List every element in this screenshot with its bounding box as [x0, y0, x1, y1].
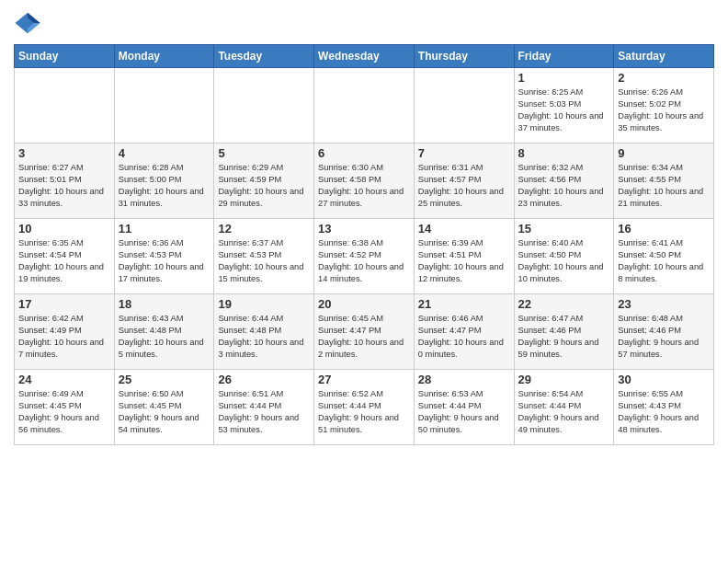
day-cell: [114, 68, 214, 144]
day-cell: [15, 68, 115, 144]
day-cell: 28Sunrise: 6:53 AM Sunset: 4:44 PM Dayli…: [414, 370, 514, 445]
day-info: Sunrise: 6:47 AM Sunset: 4:46 PM Dayligh…: [518, 313, 610, 361]
day-cell: 6Sunrise: 6:30 AM Sunset: 4:58 PM Daylig…: [314, 144, 415, 219]
day-number: 11: [119, 222, 210, 236]
day-info: Sunrise: 6:52 AM Sunset: 4:44 PM Dayligh…: [318, 388, 410, 436]
day-number: 28: [418, 373, 510, 386]
day-number: 5: [218, 146, 310, 160]
day-header-monday: Monday: [114, 45, 214, 68]
day-cell: 1Sunrise: 6:25 AM Sunset: 5:03 PM Daylig…: [514, 68, 614, 144]
main-container: SundayMondayTuesdayWednesdayThursdayFrid…: [0, 0, 728, 450]
day-cell: [214, 68, 314, 144]
day-cell: [414, 68, 514, 144]
day-cell: 16Sunrise: 6:41 AM Sunset: 4:50 PM Dayli…: [614, 219, 714, 294]
day-info: Sunrise: 6:25 AM Sunset: 5:03 PM Dayligh…: [518, 86, 610, 134]
header: [14, 9, 714, 37]
day-info: Sunrise: 6:35 AM Sunset: 4:54 PM Dayligh…: [18, 237, 110, 285]
day-info: Sunrise: 6:39 AM Sunset: 4:51 PM Dayligh…: [418, 237, 510, 285]
day-info: Sunrise: 6:40 AM Sunset: 4:50 PM Dayligh…: [518, 237, 610, 285]
day-number: 15: [518, 222, 610, 236]
day-header-saturday: Saturday: [614, 45, 714, 68]
day-info: Sunrise: 6:26 AM Sunset: 5:02 PM Dayligh…: [618, 86, 710, 134]
week-row-2: 10Sunrise: 6:35 AM Sunset: 4:54 PM Dayli…: [15, 219, 714, 294]
day-cell: 27Sunrise: 6:52 AM Sunset: 4:44 PM Dayli…: [314, 370, 415, 445]
calendar-table: SundayMondayTuesdayWednesdayThursdayFrid…: [14, 44, 714, 445]
day-cell: 2Sunrise: 6:26 AM Sunset: 5:02 PM Daylig…: [614, 68, 714, 144]
day-info: Sunrise: 6:54 AM Sunset: 4:44 PM Dayligh…: [518, 388, 610, 436]
day-cell: 3Sunrise: 6:27 AM Sunset: 5:01 PM Daylig…: [15, 144, 115, 219]
day-number: 24: [18, 373, 110, 386]
day-number: 14: [418, 222, 510, 236]
day-info: Sunrise: 6:44 AM Sunset: 4:48 PM Dayligh…: [218, 313, 310, 361]
day-number: 22: [518, 297, 610, 311]
day-cell: [314, 68, 415, 144]
day-number: 8: [518, 146, 610, 160]
day-cell: 21Sunrise: 6:46 AM Sunset: 4:47 PM Dayli…: [414, 294, 514, 370]
day-cell: 26Sunrise: 6:51 AM Sunset: 4:44 PM Dayli…: [214, 370, 314, 445]
logo-icon: [14, 9, 41, 37]
day-number: 26: [218, 373, 310, 386]
day-cell: 12Sunrise: 6:37 AM Sunset: 4:53 PM Dayli…: [214, 219, 314, 294]
day-info: Sunrise: 6:32 AM Sunset: 4:56 PM Dayligh…: [518, 162, 610, 210]
day-cell: 18Sunrise: 6:43 AM Sunset: 4:48 PM Dayli…: [114, 294, 214, 370]
day-info: Sunrise: 6:37 AM Sunset: 4:53 PM Dayligh…: [218, 237, 310, 285]
day-info: Sunrise: 6:29 AM Sunset: 4:59 PM Dayligh…: [218, 162, 310, 210]
day-info: Sunrise: 6:46 AM Sunset: 4:47 PM Dayligh…: [418, 313, 510, 361]
day-info: Sunrise: 6:28 AM Sunset: 5:00 PM Dayligh…: [119, 162, 210, 210]
day-number: 13: [318, 222, 410, 236]
day-cell: 19Sunrise: 6:44 AM Sunset: 4:48 PM Dayli…: [214, 294, 314, 370]
day-info: Sunrise: 6:27 AM Sunset: 5:01 PM Dayligh…: [18, 162, 110, 210]
day-cell: 7Sunrise: 6:31 AM Sunset: 4:57 PM Daylig…: [414, 144, 514, 219]
day-header-thursday: Thursday: [414, 45, 514, 68]
day-number: 27: [318, 373, 410, 386]
week-row-4: 24Sunrise: 6:49 AM Sunset: 4:45 PM Dayli…: [15, 370, 714, 445]
day-cell: 14Sunrise: 6:39 AM Sunset: 4:51 PM Dayli…: [414, 219, 514, 294]
day-cell: 8Sunrise: 6:32 AM Sunset: 4:56 PM Daylig…: [514, 144, 614, 219]
week-row-0: 1Sunrise: 6:25 AM Sunset: 5:03 PM Daylig…: [15, 68, 714, 144]
day-info: Sunrise: 6:45 AM Sunset: 4:47 PM Dayligh…: [318, 313, 410, 361]
day-header-wednesday: Wednesday: [314, 45, 415, 68]
day-number: 30: [618, 373, 710, 386]
logo: [14, 9, 45, 37]
day-info: Sunrise: 6:50 AM Sunset: 4:45 PM Dayligh…: [119, 388, 210, 436]
day-cell: 10Sunrise: 6:35 AM Sunset: 4:54 PM Dayli…: [15, 219, 115, 294]
day-info: Sunrise: 6:34 AM Sunset: 4:55 PM Dayligh…: [618, 162, 710, 210]
day-cell: 15Sunrise: 6:40 AM Sunset: 4:50 PM Dayli…: [514, 219, 614, 294]
day-number: 3: [18, 146, 110, 160]
day-number: 25: [119, 373, 210, 386]
day-number: 7: [418, 146, 510, 160]
day-info: Sunrise: 6:42 AM Sunset: 4:49 PM Dayligh…: [18, 313, 110, 361]
day-info: Sunrise: 6:38 AM Sunset: 4:52 PM Dayligh…: [318, 237, 410, 285]
day-number: 29: [518, 373, 610, 386]
day-info: Sunrise: 6:41 AM Sunset: 4:50 PM Dayligh…: [618, 237, 710, 285]
day-cell: 9Sunrise: 6:34 AM Sunset: 4:55 PM Daylig…: [614, 144, 714, 219]
day-number: 16: [618, 222, 710, 236]
day-info: Sunrise: 6:43 AM Sunset: 4:48 PM Dayligh…: [119, 313, 210, 361]
day-number: 6: [318, 146, 410, 160]
day-number: 4: [119, 146, 210, 160]
day-info: Sunrise: 6:49 AM Sunset: 4:45 PM Dayligh…: [18, 388, 110, 436]
day-number: 19: [218, 297, 310, 311]
day-number: 12: [218, 222, 310, 236]
day-info: Sunrise: 6:30 AM Sunset: 4:58 PM Dayligh…: [318, 162, 410, 210]
week-row-3: 17Sunrise: 6:42 AM Sunset: 4:49 PM Dayli…: [15, 294, 714, 370]
day-cell: 17Sunrise: 6:42 AM Sunset: 4:49 PM Dayli…: [15, 294, 115, 370]
day-number: 9: [618, 146, 710, 160]
day-cell: 23Sunrise: 6:48 AM Sunset: 4:46 PM Dayli…: [614, 294, 714, 370]
day-header-sunday: Sunday: [15, 45, 115, 68]
day-cell: 5Sunrise: 6:29 AM Sunset: 4:59 PM Daylig…: [214, 144, 314, 219]
day-cell: 30Sunrise: 6:55 AM Sunset: 4:43 PM Dayli…: [614, 370, 714, 445]
day-cell: 25Sunrise: 6:50 AM Sunset: 4:45 PM Dayli…: [114, 370, 214, 445]
day-cell: 11Sunrise: 6:36 AM Sunset: 4:53 PM Dayli…: [114, 219, 214, 294]
day-number: 20: [318, 297, 410, 311]
day-info: Sunrise: 6:36 AM Sunset: 4:53 PM Dayligh…: [119, 237, 210, 285]
day-number: 23: [618, 297, 710, 311]
day-cell: 24Sunrise: 6:49 AM Sunset: 4:45 PM Dayli…: [15, 370, 115, 445]
day-number: 2: [618, 71, 710, 85]
day-info: Sunrise: 6:55 AM Sunset: 4:43 PM Dayligh…: [618, 388, 710, 436]
day-header-tuesday: Tuesday: [214, 45, 314, 68]
day-info: Sunrise: 6:53 AM Sunset: 4:44 PM Dayligh…: [418, 388, 510, 436]
day-header-friday: Friday: [514, 45, 614, 68]
day-number: 17: [18, 297, 110, 311]
day-number: 10: [18, 222, 110, 236]
